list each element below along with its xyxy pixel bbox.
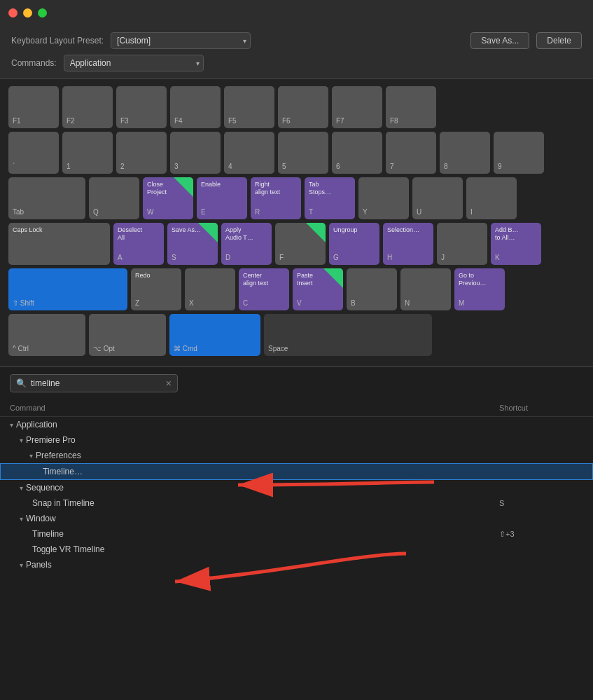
key-tab[interactable]: Tab	[8, 177, 85, 219]
top-controls: Keyboard Layout Preset: [Custom] Save As…	[0, 25, 593, 79]
key-u[interactable]: U	[412, 177, 463, 219]
key-f7[interactable]: F7	[332, 86, 382, 128]
key-capslock[interactable]: Caps Lock	[8, 223, 110, 265]
chevron-icon: ▾	[29, 452, 33, 460]
preset-select[interactable]: [Custom]	[111, 32, 251, 49]
key-f4[interactable]: F4	[170, 86, 221, 128]
key-ctrl[interactable]: ^ Ctrl	[8, 314, 85, 356]
key-f6[interactable]: F6	[278, 86, 328, 128]
tree-item-panels[interactable]: ▾ Panels	[0, 557, 593, 572]
key-f3[interactable]: F3	[116, 86, 167, 128]
key-r[interactable]: Rightalign text R	[251, 177, 301, 219]
key-cmd[interactable]: ⌘ Cmd	[169, 314, 260, 356]
key-backtick[interactable]: `	[8, 132, 59, 174]
search-icon: 🔍	[16, 378, 27, 388]
titlebar	[0, 0, 593, 25]
tree-item-timeline-pref[interactable]: Timeline…	[0, 463, 593, 480]
key-a[interactable]: DeselectAll A	[113, 223, 164, 265]
tree-item-label: Snap in Timeline	[32, 498, 95, 508]
key-b[interactable]: B	[347, 268, 397, 310]
key-row-zxcv: ⇧ Shift Redo Z X Centeralign text C Past…	[8, 268, 585, 310]
key-q[interactable]: Q	[89, 177, 139, 219]
chevron-icon: ▾	[20, 437, 23, 444]
clear-search-button[interactable]: ×	[166, 378, 172, 389]
search-input[interactable]	[31, 378, 162, 388]
shortcut-value: ⇧+3	[499, 530, 583, 539]
key-f[interactable]: F	[275, 223, 326, 265]
search-wrapper[interactable]: 🔍 ×	[10, 374, 178, 392]
tree-item-window[interactable]: ▾ Window	[0, 511, 593, 526]
command-list-header: Command Shortcut	[0, 399, 593, 417]
key-opt[interactable]: ⌥ Opt	[89, 314, 166, 356]
preset-select-wrapper[interactable]: [Custom]	[111, 32, 251, 49]
preset-label: Keyboard Layout Preset:	[11, 36, 104, 46]
tree-item-timeline[interactable]: Timeline ⇧+3	[0, 526, 593, 542]
shortcut-value: S	[499, 499, 583, 507]
tree-item-label: Window	[26, 514, 56, 523]
chevron-icon: ▾	[20, 515, 23, 523]
key-6[interactable]: 6	[332, 132, 382, 174]
tree-item-premiere-pro[interactable]: ▾ Premiere Pro	[0, 432, 593, 448]
key-row-modifiers: ^ Ctrl ⌥ Opt ⌘ Cmd Space	[8, 314, 585, 356]
command-col-header: Command	[10, 404, 499, 412]
tree-item-label: Timeline…	[43, 467, 83, 476]
keyboard-area: F1 F2 F3 F4 F5 F6 F7 F8 ` 1 2 3 4 5 6 7 …	[0, 79, 593, 367]
delete-button[interactable]: Delete	[536, 32, 582, 49]
key-4[interactable]: 4	[224, 132, 274, 174]
key-w[interactable]: CloseProject W	[143, 177, 193, 219]
key-i[interactable]: I	[466, 177, 517, 219]
key-j[interactable]: J	[437, 223, 487, 265]
key-3[interactable]: 3	[170, 132, 221, 174]
key-m[interactable]: Go toPreviou… M	[454, 268, 505, 310]
key-x[interactable]: X	[185, 268, 235, 310]
key-t[interactable]: TabStops… T	[305, 177, 355, 219]
key-s[interactable]: Save As… S	[167, 223, 218, 265]
key-5[interactable]: 5	[278, 132, 328, 174]
tree-item-label: Preferences	[36, 451, 81, 460]
tree-item-sequence[interactable]: ▾ Sequence	[0, 480, 593, 495]
commands-select[interactable]: Application	[64, 55, 204, 71]
save-as-button[interactable]: Save As...	[470, 32, 529, 49]
tree-item-preferences[interactable]: ▾ Preferences	[0, 448, 593, 463]
key-f8[interactable]: F8	[386, 86, 436, 128]
close-button[interactable]	[8, 8, 18, 18]
key-9[interactable]: 9	[494, 132, 544, 174]
key-shift-left[interactable]: ⇧ Shift	[8, 268, 127, 310]
key-e[interactable]: Enable E	[197, 177, 247, 219]
tree-item-label: Sequence	[26, 483, 64, 493]
tree-item-toggle-vr-timeline[interactable]: Toggle VR Timeline	[0, 542, 593, 557]
commands-select-wrapper[interactable]: Application	[64, 55, 204, 71]
key-f1[interactable]: F1	[8, 86, 59, 128]
tree-item-application[interactable]: ▾ Application	[0, 417, 593, 432]
key-space[interactable]: Space	[264, 314, 432, 356]
tree-item-snap-timeline[interactable]: Snap in Timeline S	[0, 495, 593, 511]
chevron-icon: ▾	[20, 484, 23, 492]
key-row-numbers: ` 1 2 3 4 5 6 7 8 9	[8, 132, 585, 174]
key-y[interactable]: Y	[358, 177, 409, 219]
key-f2[interactable]: F2	[62, 86, 113, 128]
key-d[interactable]: ApplyAudio T… D	[221, 223, 272, 265]
key-f5[interactable]: F5	[224, 86, 274, 128]
tree-item-label: Application	[16, 420, 57, 430]
key-h[interactable]: Selection… H	[383, 223, 433, 265]
key-g[interactable]: Ungroup G	[329, 223, 379, 265]
key-1[interactable]: 1	[62, 132, 113, 174]
key-c[interactable]: Centeralign text C	[239, 268, 289, 310]
key-7[interactable]: 7	[386, 132, 436, 174]
key-row-qwerty: Tab Q CloseProject W Enable E Rightalign…	[8, 177, 585, 219]
chevron-icon: ▾	[10, 421, 13, 429]
key-v[interactable]: PasteInsert V	[293, 268, 343, 310]
key-2[interactable]: 2	[116, 132, 167, 174]
tree-item-label: Premiere Pro	[26, 435, 76, 445]
maximize-button[interactable]	[38, 8, 47, 18]
minimize-button[interactable]	[23, 8, 32, 18]
commands-row: Commands: Application	[11, 55, 582, 71]
key-8[interactable]: 8	[440, 132, 490, 174]
key-n[interactable]: N	[400, 268, 451, 310]
key-z[interactable]: Redo Z	[131, 268, 181, 310]
tree-item-label: Toggle VR Timeline	[32, 544, 104, 554]
search-area: 🔍 ×	[0, 367, 593, 399]
shortcut-col-header: Shortcut	[499, 404, 583, 412]
key-k[interactable]: Add B…to All… K	[491, 223, 541, 265]
key-row-f: F1 F2 F3 F4 F5 F6 F7 F8	[8, 86, 585, 128]
